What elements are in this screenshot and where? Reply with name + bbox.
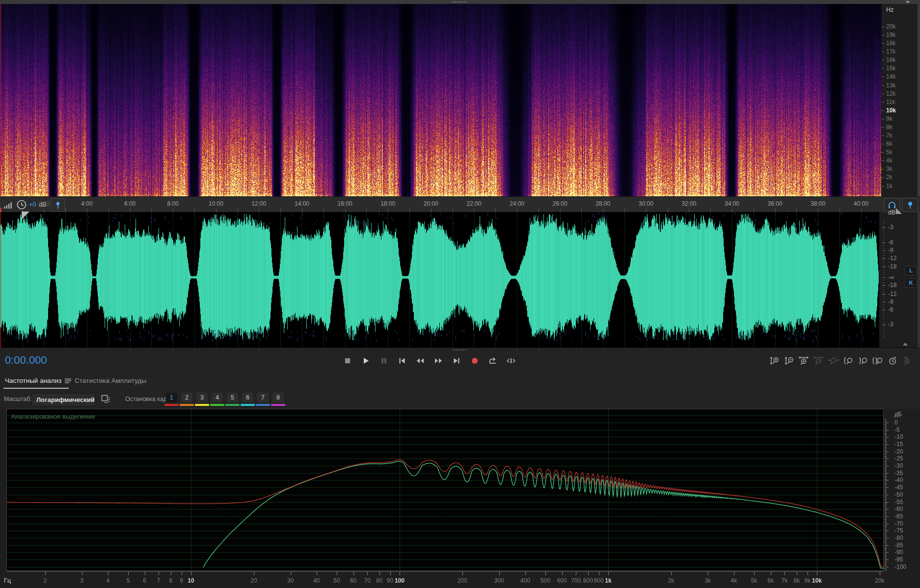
ruler-tick (517, 209, 517, 212)
channel-left-button[interactable]: L (905, 266, 917, 275)
zoom-reset-button[interactable] (827, 355, 840, 367)
collapse-arrow-icon[interactable] (903, 343, 908, 346)
wave-db-tick (882, 294, 886, 294)
ruler-time-label: 36:00 (768, 200, 783, 207)
ruler-tick (754, 209, 754, 212)
panel-menu-chevron-icon[interactable] (905, 1, 910, 3)
ruler-time-label: 28:00 (595, 200, 610, 207)
zoom-in-at-in-point-button[interactable] (841, 355, 855, 367)
freq-scale-tick (882, 85, 884, 86)
freq-scale-tick (882, 110, 884, 111)
freeze-frame-button-1[interactable]: 1 (166, 393, 177, 402)
freeze-frame-button-4[interactable]: 4 (212, 393, 223, 402)
freq-y-tick-label: -30 (894, 462, 903, 469)
zoom-out-horizontal-button[interactable] (812, 355, 825, 367)
freq-x-tick-label: 7k (782, 577, 788, 584)
ruler-tick (65, 209, 66, 212)
loop-playback-button[interactable] (486, 354, 500, 367)
play-button[interactable] (358, 354, 373, 367)
freq-scale-tick (882, 160, 884, 161)
gain-value[interactable]: +0 (29, 201, 36, 208)
skip-to-end-button[interactable] (449, 354, 464, 367)
scale-corner-fold[interactable] (896, 208, 902, 214)
tab-frequency-analysis[interactable]: Частотный анализ (5, 377, 71, 384)
marker-pin-button[interactable] (902, 198, 918, 212)
freq-x-tick-label: 1k (605, 577, 611, 584)
freq-x-tick-label: 10 (188, 577, 194, 584)
freq-x-tick-label: 800 (583, 577, 593, 584)
freq-scale-tick (882, 77, 884, 77)
freeze-frame-button-5[interactable]: 5 (227, 393, 238, 402)
freeze-frame-color-bar (164, 404, 179, 406)
freq-scale-label: 16k (886, 56, 895, 63)
freq-x-tick-label: 200 (458, 577, 467, 584)
freq-x-tick-label: 400 (520, 577, 530, 584)
freq-y-tick-label: -50 (894, 491, 903, 498)
tab-amplitude-statistics[interactable]: Статистика Амплитуды (75, 377, 146, 384)
waveform-display[interactable] (0, 212, 879, 347)
record-button[interactable] (467, 354, 482, 367)
panel-menu-icon[interactable] (65, 378, 71, 383)
chevron-down-icon (86, 399, 91, 401)
headphones-icon (888, 201, 896, 209)
timeline-ruler[interactable]: +0 dB 2:004:006:008:0010:0012:0014:0016:… (0, 196, 920, 212)
spectrogram-display[interactable] (0, 4, 881, 196)
ruler-time-label: 40:00 (854, 200, 868, 207)
frequency-plot[interactable] (6, 409, 891, 578)
freq-x-tick-label: 4k (731, 577, 737, 584)
wave-db-label: -18 (888, 263, 896, 270)
freq-scale-tick (882, 177, 884, 178)
drag-handle[interactable] (452, 1, 467, 3)
copy-snapshot-icon[interactable] (101, 395, 110, 404)
zoom-full-button[interactable] (900, 355, 914, 367)
transport-drag-handle[interactable] (453, 349, 466, 351)
freq-x-tick-label: 6k (767, 577, 774, 584)
freeze-frame-button-8[interactable]: 8 (272, 393, 284, 402)
freeze-frame-color-bar (195, 404, 209, 406)
ruler-tick (366, 209, 367, 212)
ruler-time-label: 30:00 (639, 200, 653, 207)
channel-right-button[interactable]: K (905, 278, 917, 288)
freq-scale-tick (882, 119, 884, 119)
ruler-time-label: 34:00 (725, 200, 739, 207)
freq-x-tick-label: 5k (751, 577, 758, 584)
wave-db-tick (882, 310, 886, 310)
freeze-frame-button-2[interactable]: 2 (181, 393, 192, 402)
ruler-tick (173, 209, 173, 212)
spectrogram-scrollbar[interactable] (918, 4, 920, 196)
time-display[interactable]: 0:00.000 (5, 354, 47, 367)
freq-y-tick-label: -80 (894, 535, 903, 541)
zoom-out-vertical-button[interactable] (783, 355, 796, 367)
rewind-button[interactable] (413, 354, 428, 367)
marker-pin-icon (907, 201, 914, 209)
wave-db-label: -12 (888, 291, 896, 297)
freeze-frame-button-3[interactable]: 3 (196, 393, 208, 402)
pin-timeline-button[interactable] (51, 198, 65, 212)
ruler-tick (302, 209, 302, 212)
freeze-frame-button-7[interactable]: 7 (257, 393, 269, 402)
freeze-frame-button-6[interactable]: 6 (242, 393, 253, 402)
skip-to-start-button[interactable] (395, 354, 409, 367)
shuttle-button[interactable] (504, 354, 518, 367)
zoom-to-time-button[interactable] (886, 355, 899, 367)
fast-forward-button[interactable] (431, 354, 446, 367)
tab-amplitude-statistics-label: Статистика Амплитуды (75, 377, 146, 384)
wave-db-label: -3 (888, 321, 893, 328)
ruler-tick (710, 209, 711, 212)
zoom-in-horizontal-button[interactable] (797, 355, 811, 367)
zoom-in-at-out-point-button[interactable] (856, 355, 869, 367)
scale-dropdown[interactable]: Логарифмический (31, 393, 95, 406)
freq-x-tick-label: 8 (169, 577, 172, 584)
zoom-in-vertical-button[interactable] (768, 355, 781, 367)
top-drag-bar[interactable] (0, 0, 920, 4)
pause-button[interactable] (377, 354, 391, 367)
freeze-frame-color-bar (241, 404, 255, 406)
stop-button[interactable] (340, 354, 355, 367)
zoom-to-selection-button[interactable] (871, 355, 884, 367)
clock-icon[interactable] (16, 199, 27, 210)
freeze-frame-cell: 5 (225, 393, 240, 406)
waveform-corner-fold[interactable] (22, 212, 29, 219)
ruler-tick (646, 209, 647, 212)
waveform-scrollbar[interactable] (918, 212, 920, 347)
ruler-tick (216, 209, 216, 212)
